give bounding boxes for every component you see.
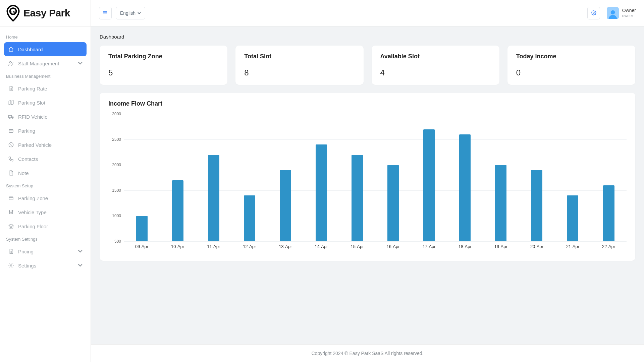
chart-bar[interactable] <box>603 185 614 241</box>
chart-bar[interactable] <box>280 170 291 241</box>
settings-button[interactable] <box>587 7 600 19</box>
sliders-icon <box>8 209 14 215</box>
chart-title: Income Flow Chart <box>108 100 627 107</box>
sidebar-item-staff-management[interactable]: Staff Management <box>4 56 87 70</box>
phone-icon <box>8 156 14 162</box>
sidebar-item-parked-vehicle[interactable]: Parked Vehicle <box>4 138 87 152</box>
sidebar-item-parking-zone[interactable]: Parking Zone <box>4 191 87 205</box>
sidebar-item-parking[interactable]: Parking <box>4 124 87 138</box>
chevron-down-icon <box>138 10 141 16</box>
svg-rect-11 <box>9 129 13 132</box>
sidebar-item-pricing[interactable]: Pricing <box>4 244 87 258</box>
chart-bar-column <box>591 114 627 241</box>
menu-icon <box>103 10 108 16</box>
svg-text:Ps: Ps <box>11 10 15 13</box>
users-icon <box>8 60 14 66</box>
chart-bar[interactable] <box>567 195 578 241</box>
svg-line-13 <box>9 143 13 146</box>
brand-name: Easy Park <box>23 7 70 19</box>
chart-y-tick: 1000 <box>112 214 121 218</box>
stat-value: 0 <box>516 68 627 77</box>
stat-label: Today Income <box>516 53 627 60</box>
stat-label: Total Slot <box>244 53 355 60</box>
chart-bar[interactable] <box>208 155 219 241</box>
income-chart: 50010001500200025003000 09-Apr10-Apr11-A… <box>108 114 627 251</box>
sidebar-nav: HomeDashboardStaff ManagementBusiness Ma… <box>0 26 91 277</box>
chart-bar-column <box>267 114 303 241</box>
chart-x-tick: 22-Apr <box>591 241 627 251</box>
chart-bar[interactable] <box>495 165 506 241</box>
sidebar-item-label: Parking Floor <box>18 224 48 229</box>
svg-rect-16 <box>9 197 13 200</box>
chart-bar-column <box>483 114 519 241</box>
footer-text: Copyright 2024 © Easy Park SaaS All righ… <box>311 351 423 356</box>
chart-x-tick: 12-Apr <box>231 241 267 251</box>
sidebar-item-dashboard[interactable]: Dashboard <box>4 42 87 56</box>
chart-bar[interactable] <box>459 134 471 241</box>
chart-bar[interactable] <box>172 180 183 241</box>
sidebar-item-parking-slot[interactable]: Parking Slot <box>4 96 87 110</box>
svg-point-10 <box>12 118 13 119</box>
chart-bar[interactable] <box>387 165 399 241</box>
sidebar-item-label: Parked Vehicle <box>18 142 52 148</box>
language-label: English <box>120 10 136 16</box>
svg-point-30 <box>611 10 615 15</box>
chart-bar-column <box>160 114 196 241</box>
sidebar-item-label: Pricing <box>18 249 34 254</box>
chart-bar[interactable] <box>352 155 363 241</box>
chart-bar-column <box>411 114 447 241</box>
package-icon <box>8 128 14 134</box>
sidebar-item-note[interactable]: Note <box>4 166 87 180</box>
avatar <box>607 7 619 19</box>
gear-icon <box>591 10 596 16</box>
chart-bar-column <box>447 114 483 241</box>
nav-section-label: System Setup <box>4 180 87 191</box>
stat-card: Available Slot4 <box>372 46 499 85</box>
chart-bar[interactable] <box>531 170 542 241</box>
chart-x-tick: 09-Apr <box>124 241 160 251</box>
stat-value: 8 <box>244 68 355 77</box>
stat-card: Total Parking Zone5 <box>100 46 227 85</box>
package-icon <box>8 195 14 201</box>
chart-bar-column <box>375 114 411 241</box>
gear-icon <box>8 262 14 268</box>
sidebar-item-rfid-vehicle[interactable]: RFID Vehicle <box>4 110 87 124</box>
sidebar-toggle-button[interactable] <box>99 7 112 19</box>
chart-bar-column <box>231 114 267 241</box>
sidebar-item-label: Settings <box>18 263 36 268</box>
home-icon <box>8 46 14 52</box>
sidebar-item-label: RFID Vehicle <box>18 114 48 120</box>
sidebar-item-label: Contacts <box>18 156 38 162</box>
sidebar-item-settings[interactable]: Settings <box>4 258 87 273</box>
chart-bar[interactable] <box>136 216 148 241</box>
sidebar-item-parking-rate[interactable]: Parking Rate <box>4 81 87 96</box>
stat-label: Available Slot <box>380 53 491 60</box>
svg-point-25 <box>10 265 12 266</box>
sidebar-item-label: Vehicle Type <box>18 209 47 215</box>
chart-y-tick: 500 <box>114 239 121 244</box>
sidebar-item-contacts[interactable]: Contacts <box>4 152 87 166</box>
user-name: Owner <box>622 8 636 13</box>
sidebar-item-parking-floor[interactable]: Parking Floor <box>4 219 87 233</box>
chart-bar[interactable] <box>316 144 327 241</box>
chart-bar-column <box>303 114 339 241</box>
footer: Copyright 2024 © Easy Park SaaS All righ… <box>91 344 644 362</box>
chart-x-tick: 10-Apr <box>160 241 196 251</box>
chart-x-tick: 15-Apr <box>339 241 375 251</box>
sidebar-item-label: Dashboard <box>18 47 43 52</box>
chart-bar-column <box>519 114 555 241</box>
chart-bar[interactable] <box>423 129 435 241</box>
brand-logo[interactable]: Ps Easy Park <box>0 0 91 26</box>
sidebar-item-label: Parking Zone <box>18 195 48 201</box>
chevron-down-icon <box>78 249 83 254</box>
language-select[interactable]: English <box>116 7 145 19</box>
sidebar-item-vehicle-type[interactable]: Vehicle Type <box>4 205 87 219</box>
user-menu[interactable]: Owner owner <box>607 7 636 19</box>
nav-section-label: System Settings <box>4 233 87 244</box>
chart-bar-column <box>339 114 375 241</box>
chart-y-tick: 3000 <box>112 112 121 116</box>
map-icon <box>8 100 14 106</box>
chart-bar[interactable] <box>244 195 255 241</box>
chart-y-tick: 2000 <box>112 163 121 167</box>
chart-x-tick: 17-Apr <box>411 241 447 251</box>
